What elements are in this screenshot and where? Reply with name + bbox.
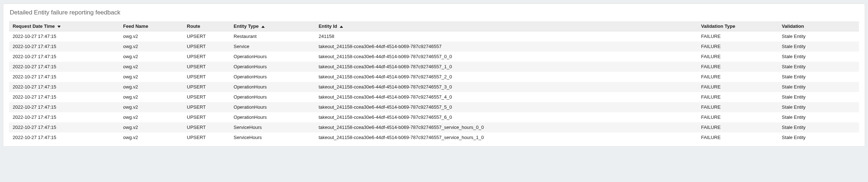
cell-request-datetime: 2022-10-27 17:47:15	[9, 62, 120, 72]
col-header-feed-name[interactable]: Feed Name	[120, 21, 183, 31]
card-title: Detailed Entity failure reporting feedba…	[10, 9, 859, 16]
cell-validation: Stale Entity	[778, 112, 859, 122]
table-row: 2022-10-27 17:47:15owg.v2UPSERTOperation…	[9, 62, 859, 72]
report-card: Detailed Entity failure reporting feedba…	[3, 4, 865, 147]
cell-feed-name: owg.v2	[120, 122, 183, 133]
sort-asc-icon	[340, 26, 343, 28]
cell-route: UPSERT	[183, 42, 230, 52]
col-header-request-datetime[interactable]: Request Date Time	[9, 21, 120, 31]
col-header-label: Validation Type	[701, 23, 735, 29]
cell-entity-type: OperationHours	[230, 62, 315, 72]
cell-validation: Stale Entity	[778, 62, 859, 72]
col-header-validation-type[interactable]: Validation Type	[698, 21, 778, 31]
cell-request-datetime: 2022-10-27 17:47:15	[9, 31, 120, 42]
col-header-route[interactable]: Route	[183, 21, 230, 31]
cell-feed-name: owg.v2	[120, 31, 183, 42]
failure-table: Request Date Time Feed Name Route Entity…	[9, 21, 859, 143]
cell-feed-name: owg.v2	[120, 112, 183, 122]
col-header-label: Request Date Time	[13, 23, 55, 29]
table-row: 2022-10-27 17:47:15owg.v2UPSERTServiceta…	[9, 42, 859, 52]
cell-validation-type: FAILURE	[698, 62, 778, 72]
cell-entity-type: OperationHours	[230, 102, 315, 112]
cell-validation-type: FAILURE	[698, 112, 778, 122]
cell-validation-type: FAILURE	[698, 92, 778, 102]
cell-validation: Stale Entity	[778, 82, 859, 92]
cell-feed-name: owg.v2	[120, 82, 183, 92]
cell-request-datetime: 2022-10-27 17:47:15	[9, 72, 120, 82]
cell-validation-type: FAILURE	[698, 52, 778, 62]
col-header-entity-id[interactable]: Entity Id	[315, 21, 697, 31]
cell-entity-type: ServiceHours	[230, 133, 315, 143]
cell-entity-type: ServiceHours	[230, 122, 315, 133]
cell-validation-type: FAILURE	[698, 122, 778, 133]
cell-entity-type: Restaurant	[230, 31, 315, 42]
cell-request-datetime: 2022-10-27 17:47:15	[9, 52, 120, 62]
cell-validation: Stale Entity	[778, 72, 859, 82]
cell-validation: Stale Entity	[778, 133, 859, 143]
cell-route: UPSERT	[183, 31, 230, 42]
cell-request-datetime: 2022-10-27 17:47:15	[9, 122, 120, 133]
cell-feed-name: owg.v2	[120, 102, 183, 112]
col-header-label: Entity Id	[318, 23, 337, 29]
cell-validation-type: FAILURE	[698, 82, 778, 92]
cell-validation: Stale Entity	[778, 92, 859, 102]
cell-validation: Stale Entity	[778, 52, 859, 62]
table-row: 2022-10-27 17:47:15owg.v2UPSERTRestauran…	[9, 31, 859, 42]
cell-validation-type: FAILURE	[698, 72, 778, 82]
cell-feed-name: owg.v2	[120, 42, 183, 52]
table-row: 2022-10-27 17:47:15owg.v2UPSERTServiceHo…	[9, 133, 859, 143]
cell-validation: Stale Entity	[778, 102, 859, 112]
cell-entity-id: takeout_241158-ccea30e6-44df-4514-b069-7…	[315, 112, 697, 122]
cell-entity-id: takeout_241158-ccea30e6-44df-4514-b069-7…	[315, 122, 697, 133]
cell-feed-name: owg.v2	[120, 62, 183, 72]
cell-entity-type: OperationHours	[230, 92, 315, 102]
cell-request-datetime: 2022-10-27 17:47:15	[9, 92, 120, 102]
table-header-row: Request Date Time Feed Name Route Entity…	[9, 21, 859, 31]
cell-request-datetime: 2022-10-27 17:47:15	[9, 102, 120, 112]
col-header-label: Feed Name	[123, 23, 148, 29]
cell-entity-id: takeout_241158-ccea30e6-44df-4514-b069-7…	[315, 82, 697, 92]
cell-entity-id: takeout_241158-ccea30e6-44df-4514-b069-7…	[315, 92, 697, 102]
cell-route: UPSERT	[183, 122, 230, 133]
cell-validation-type: FAILURE	[698, 42, 778, 52]
cell-feed-name: owg.v2	[120, 92, 183, 102]
cell-feed-name: owg.v2	[120, 52, 183, 62]
cell-request-datetime: 2022-10-27 17:47:15	[9, 133, 120, 143]
cell-entity-type: OperationHours	[230, 82, 315, 92]
cell-validation: Stale Entity	[778, 122, 859, 133]
col-header-label: Validation	[782, 23, 804, 29]
col-header-entity-type[interactable]: Entity Type	[230, 21, 315, 31]
cell-route: UPSERT	[183, 133, 230, 143]
cell-entity-id: takeout_241158-ccea30e6-44df-4514-b069-7…	[315, 52, 697, 62]
cell-route: UPSERT	[183, 112, 230, 122]
cell-validation-type: FAILURE	[698, 133, 778, 143]
cell-entity-id: takeout_241158-ccea30e6-44df-4514-b069-7…	[315, 133, 697, 143]
table-row: 2022-10-27 17:47:15owg.v2UPSERTServiceHo…	[9, 122, 859, 133]
cell-entity-id: takeout_241158-ccea30e6-44df-4514-b069-7…	[315, 72, 697, 82]
cell-validation: Stale Entity	[778, 42, 859, 52]
cell-feed-name: owg.v2	[120, 72, 183, 82]
cell-entity-id: takeout_241158-ccea30e6-44df-4514-b069-7…	[315, 42, 697, 52]
table-row: 2022-10-27 17:47:15owg.v2UPSERTOperation…	[9, 82, 859, 92]
cell-entity-type: Service	[230, 42, 315, 52]
col-header-label: Route	[187, 23, 200, 29]
cell-route: UPSERT	[183, 52, 230, 62]
cell-route: UPSERT	[183, 62, 230, 72]
cell-validation: Stale Entity	[778, 31, 859, 42]
sort-asc-icon	[261, 26, 265, 28]
cell-request-datetime: 2022-10-27 17:47:15	[9, 82, 120, 92]
cell-validation-type: FAILURE	[698, 31, 778, 42]
table-row: 2022-10-27 17:47:15owg.v2UPSERTOperation…	[9, 102, 859, 112]
cell-validation-type: FAILURE	[698, 102, 778, 112]
col-header-validation[interactable]: Validation	[778, 21, 859, 31]
table-row: 2022-10-27 17:47:15owg.v2UPSERTOperation…	[9, 112, 859, 122]
table-row: 2022-10-27 17:47:15owg.v2UPSERTOperation…	[9, 72, 859, 82]
cell-route: UPSERT	[183, 102, 230, 112]
cell-request-datetime: 2022-10-27 17:47:15	[9, 42, 120, 52]
cell-route: UPSERT	[183, 92, 230, 102]
cell-entity-type: OperationHours	[230, 72, 315, 82]
sort-desc-icon	[57, 26, 61, 28]
table-row: 2022-10-27 17:47:15owg.v2UPSERTOperation…	[9, 92, 859, 102]
table-row: 2022-10-27 17:47:15owg.v2UPSERTOperation…	[9, 52, 859, 62]
cell-entity-id: takeout_241158-ccea30e6-44df-4514-b069-7…	[315, 102, 697, 112]
